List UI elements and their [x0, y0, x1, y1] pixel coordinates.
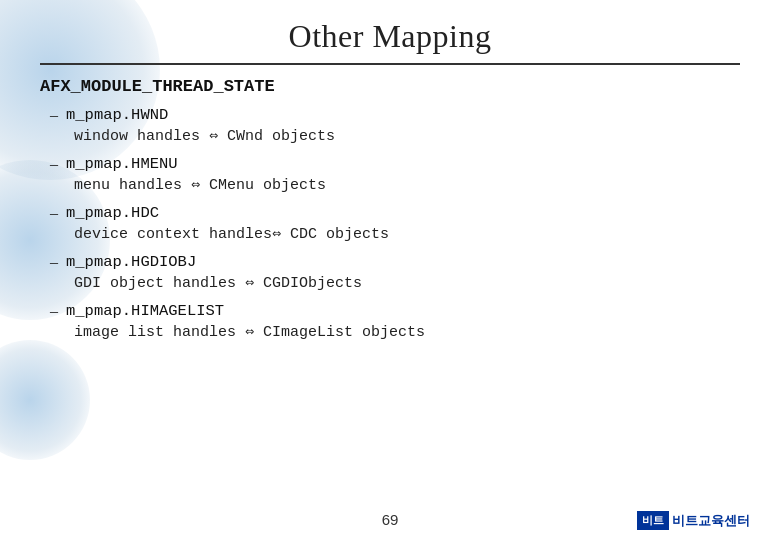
item-sub-himagelist: image list handles ⇔ CImageList objects	[50, 322, 740, 341]
dash-icon: –	[50, 302, 58, 320]
item-row-hdc: – m_pmap.HDC	[50, 204, 740, 222]
dash-icon: –	[50, 155, 58, 173]
logo-box: 비트	[637, 511, 669, 530]
list-item: – m_pmap.HGDIOBJ GDI object handles ⇔ CG…	[50, 253, 740, 292]
item-list: – m_pmap.HWND window handles ⇔ CWnd obje…	[40, 106, 740, 341]
item-name-hdc: m_pmap.HDC	[66, 204, 159, 222]
main-content: Other Mapping AFX_MODULE_THREAD_STATE – …	[0, 0, 780, 361]
page-title: Other Mapping	[40, 18, 740, 55]
dash-icon: –	[50, 204, 58, 222]
item-sub-hwnd: window handles ⇔ CWnd objects	[50, 126, 740, 145]
item-sub-hgdiobj: GDI object handles ⇔ CGDIObjects	[50, 273, 740, 292]
item-sub-hmenu: menu handles ⇔ CMenu objects	[50, 175, 740, 194]
list-item: – m_pmap.HMENU menu handles ⇔ CMenu obje…	[50, 155, 740, 194]
item-name-himagelist: m_pmap.HIMAGELIST	[66, 302, 224, 320]
item-name-hgdiobj: m_pmap.HGDIOBJ	[66, 253, 196, 271]
item-sub-hdc: device context handles⇔ CDC objects	[50, 224, 740, 243]
dash-icon: –	[50, 106, 58, 124]
list-item: – m_pmap.HWND window handles ⇔ CWnd obje…	[50, 106, 740, 145]
logo-text: 비트교육센터	[672, 512, 750, 530]
item-row-himagelist: – m_pmap.HIMAGELIST	[50, 302, 740, 320]
dash-icon: –	[50, 253, 58, 271]
logo-area: 비트 비트교육센터	[637, 511, 750, 530]
list-item: – m_pmap.HIMAGELIST image list handles ⇔…	[50, 302, 740, 341]
page-number: 69	[382, 511, 399, 528]
title-divider	[40, 63, 740, 65]
item-name-hwnd: m_pmap.HWND	[66, 106, 168, 124]
list-item: – m_pmap.HDC device context handles⇔ CDC…	[50, 204, 740, 243]
item-row-hgdiobj: – m_pmap.HGDIOBJ	[50, 253, 740, 271]
section-label: AFX_MODULE_THREAD_STATE	[40, 77, 740, 96]
item-row-hwnd: – m_pmap.HWND	[50, 106, 740, 124]
item-name-hmenu: m_pmap.HMENU	[66, 155, 178, 173]
item-row-hmenu: – m_pmap.HMENU	[50, 155, 740, 173]
